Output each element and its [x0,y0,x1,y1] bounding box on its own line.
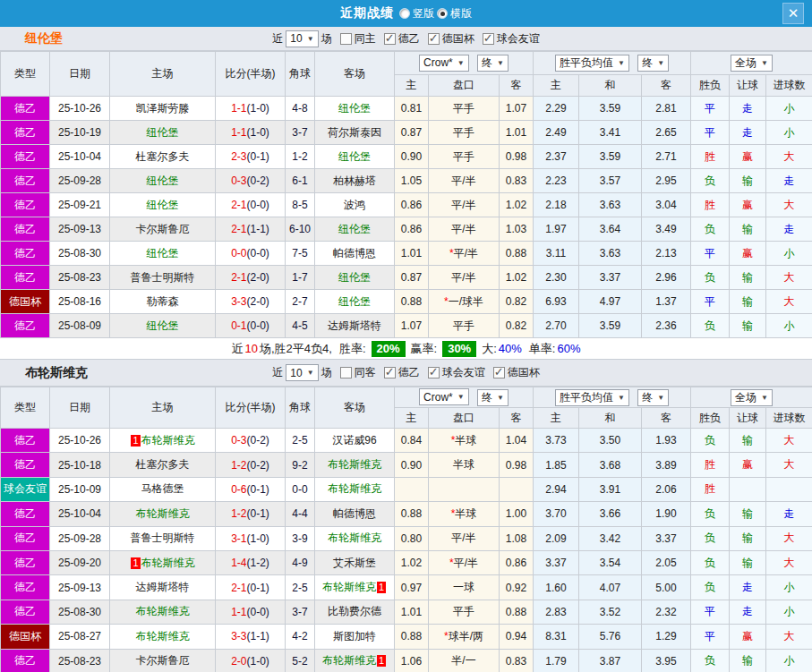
col-handicap: 盘口 [429,75,500,97]
win-rate-label: 胜率: [339,341,366,357]
date-cell: 25-09-28 [50,526,110,550]
match-count-select[interactable]: 10▼ [286,30,318,47]
match-row: 德乙25-10-04布轮斯维克1-2(0-1)4-4帕德博恩0.88*半球1.0… [1,502,812,526]
col-wdl: 胜负 [691,408,730,429]
result-cell: 负 [691,502,730,526]
big-rate-value: 40% [499,342,522,355]
handicap-result-cell: 输 [730,266,766,290]
type-cell: 德乙 [1,649,50,672]
euro-away-odds-cell: 1.93 [642,429,691,453]
euro-away-odds-cell: 1.90 [642,502,691,526]
team2-name: 布轮斯维克 [25,365,88,381]
score-cell: 1-1(1-0) [216,97,286,121]
col-let-goal: 让球 [730,75,766,97]
date-cell: 25-08-16 [50,290,110,314]
corners-cell: 3-7 [286,121,315,145]
league2-label: 德乙 [398,31,420,47]
handicap-cell: 平/半 [429,526,500,550]
type-cell: 德乙 [1,314,50,338]
handicap-cell: 平手 [429,97,500,121]
corners-cell: 1-7 [286,266,315,290]
home-team-cell: 杜塞尔多夫 [110,453,216,477]
asian-final-select[interactable]: 终▼ [477,389,509,406]
handicap-cell: 平/半 [429,169,500,193]
corners-cell: 2-7 [286,290,315,314]
away-team-cell: 汉诺威96 [315,429,395,453]
type-cell: 德国杯 [1,290,50,314]
asian-home-odds-cell: 0.88 [395,502,429,526]
type-cell: 德乙 [1,502,50,526]
date-cell: 25-09-13 [50,217,110,242]
euro-home-odds-cell: 3.11 [534,242,579,266]
handicap-result-cell: 走 [730,575,766,600]
euro-final-select[interactable]: 终▼ [637,55,669,72]
asian-final-select[interactable]: 终▼ [477,55,509,72]
euro-home-odds-cell: 2.23 [534,169,579,193]
corners-cell: 4-8 [286,97,315,121]
result-cell: 胜 [691,453,730,477]
league2-checkbox[interactable] [384,367,396,379]
euro-draw-odds-cell: 3.63 [579,193,642,217]
league2-checkbox[interactable] [384,33,396,45]
match-row: 德乙25-10-18杜塞尔多夫1-2(0-2)9-2布轮斯维克0.90半球0.9… [1,453,812,477]
score-cell: 3-3(2-0) [216,290,286,314]
same-away-checkbox[interactable] [340,367,352,379]
result-cell: 平 [691,600,730,624]
home-team-cell: 杜塞尔多夫 [110,145,216,169]
handicap-result-cell: 输 [730,290,766,314]
team1-results-table: 类型 日期 主场 比分(半场) 角球 客场 Crow*▼ 终▼ 胜平负均值▼ 终… [0,51,812,338]
date-cell: 25-10-19 [50,121,110,145]
vertical-layout-radio[interactable] [399,8,410,19]
asian-away-odds-cell: 0.86 [500,550,534,574]
vertical-layout-label: 竖版 [413,6,434,21]
type-cell: 德乙 [1,575,50,600]
chevron-down-icon: ▼ [618,394,625,402]
horizontal-layout-radio[interactable] [437,8,448,19]
euro-home-odds-cell: 3.70 [534,502,579,526]
chevron-down-icon: ▼ [761,59,768,67]
result-cell: 负 [691,575,730,600]
friendly-checkbox[interactable] [428,367,440,379]
scope-select[interactable]: 全场▼ [731,389,773,406]
asian-home-odds-cell: 0.88 [395,625,429,649]
handicap-cell: 平/半 [429,266,500,290]
col-euro-draw: 和 [579,75,642,97]
col-euro-away: 客 [642,75,691,97]
match-row: 德国杯25-08-27布轮斯维克3-3(1-1)4-2斯图加特0.88*球半/两… [1,625,812,649]
bookmaker-select[interactable]: Crow*▼ [419,388,469,405]
handicap-result-cell [730,477,766,501]
euro-home-odds-cell: 2.49 [534,121,579,145]
asian-away-odds-cell: 1.07 [500,97,534,121]
asian-away-odds-cell: 0.98 [500,453,534,477]
cup-checkbox[interactable] [428,33,440,45]
scope-select[interactable]: 全场▼ [731,55,773,72]
euro-avg-select[interactable]: 胜平负均值▼ [555,55,629,72]
same-home-checkbox[interactable] [340,33,352,45]
euro-avg-select[interactable]: 胜平负均值▼ [555,389,629,406]
friendly-checkbox[interactable] [483,33,494,45]
euro-home-odds-cell: 8.31 [534,625,579,649]
away-team-cell: 帕德博恩 [315,502,395,526]
handicap-cell: *球半/两 [429,625,500,649]
bookmaker-select[interactable]: Crow*▼ [419,55,469,72]
close-button[interactable]: ✕ [782,3,804,24]
euro-draw-odds-cell: 3.87 [579,649,642,672]
goals-result-cell: 大 [766,429,812,453]
team1-filters: 近 10▼ 场 同主 德乙 德国杯 球会友谊 [272,30,539,47]
team2-section-header: 布轮斯维克 近 10▼ 场 同客 德乙 球会友谊 德国杯 [0,359,812,387]
euro-home-odds-cell: 1.97 [534,217,579,242]
result-cell: 胜 [691,193,730,217]
euro-away-odds-cell: 2.81 [642,97,691,121]
match-count-select[interactable]: 10▼ [286,364,318,381]
match-row: 德国杯25-08-16勒蒂森3-3(2-0)2-7纽伦堡0.88*一/球半0.8… [1,290,812,314]
score-cell: 1-1(1-0) [216,121,286,145]
chevron-down-icon: ▼ [761,394,768,402]
corners-cell: 3-9 [286,526,315,550]
euro-away-odds-cell: 5.00 [642,575,691,600]
euro-away-odds-cell: 1.29 [642,625,691,649]
cup-label: 德国杯 [508,365,540,380]
cup-checkbox[interactable] [493,367,505,379]
single-rate-label: 单率: [529,341,556,357]
type-cell: 德乙 [1,550,50,574]
euro-final-select[interactable]: 终▼ [637,389,669,406]
